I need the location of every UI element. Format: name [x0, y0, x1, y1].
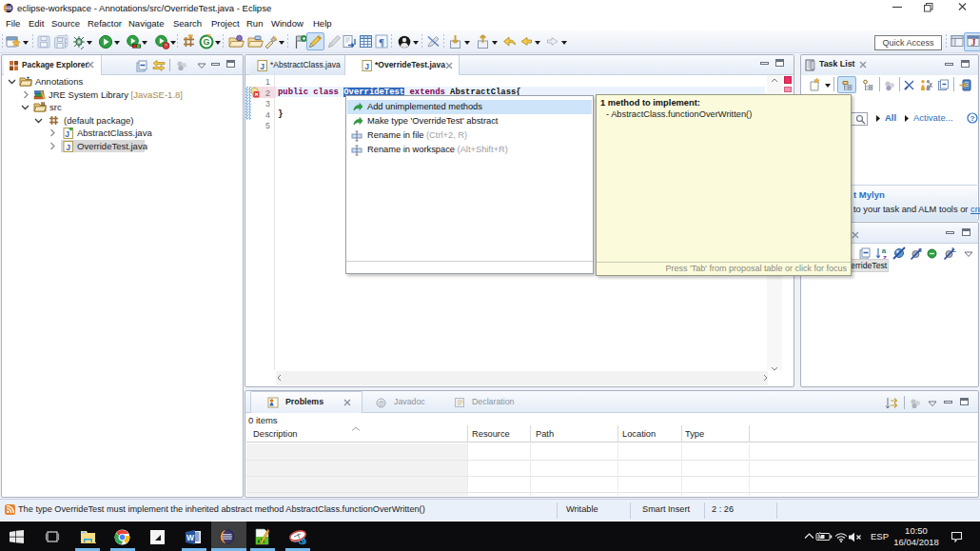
svg-text:J: J [260, 62, 265, 71]
svg-text:J: J [66, 142, 70, 151]
svg-text:?: ? [970, 114, 975, 123]
svg-text:J: J [971, 37, 976, 48]
svg-text:W: W [186, 533, 195, 542]
svg-text:@: @ [378, 400, 384, 406]
svg-text:¶: ¶ [379, 36, 384, 48]
svg-text:J: J [65, 129, 69, 139]
svg-text:G: G [203, 37, 209, 47]
svg-text:J: J [364, 62, 369, 71]
